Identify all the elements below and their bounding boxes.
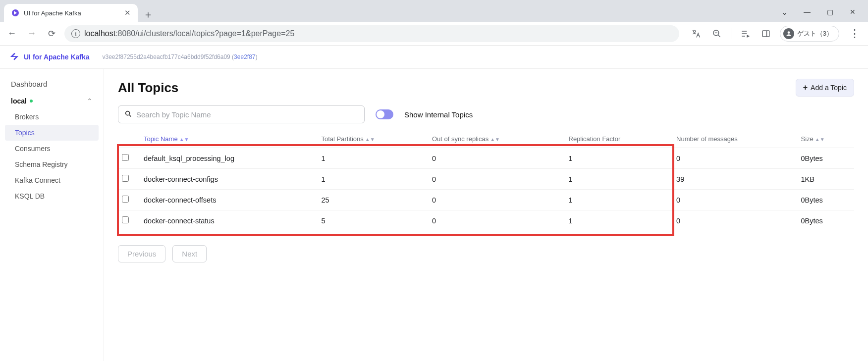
header-out-of-sync[interactable]: Out of sync replicas▲▼ [428, 130, 565, 148]
cell-replication: 1 [565, 169, 673, 190]
show-internal-toggle[interactable] [376, 109, 393, 119]
sidebar-items: BrokersTopicsConsumersSchema RegistryKaf… [0, 109, 104, 204]
play-icon [12, 9, 19, 16]
app-name: UI for Apache Kafka [24, 53, 90, 61]
cell-topic-name[interactable]: docker-connect-offsets [140, 190, 317, 210]
cell-topic-name[interactable]: default_ksql_processing_log [140, 148, 317, 169]
url-text: localhost:8080/ui/clusters/local/topics?… [84, 29, 294, 38]
url-host: localhost [84, 29, 115, 38]
status-dot-icon [30, 100, 33, 103]
cell-messages: 0 [672, 148, 797, 169]
minimize-button[interactable]: — [796, 2, 818, 22]
app-header: UI for Apache Kafka v3ee2f87255d2a4beacf… [0, 46, 868, 69]
row-checkbox-cell [118, 210, 140, 231]
cell-replication: 1 [565, 210, 673, 231]
app-logo[interactable]: UI for Apache Kafka [9, 52, 90, 62]
close-icon[interactable]: ✕ [124, 8, 131, 17]
search-input[interactable] [136, 110, 358, 119]
version-long: v3ee2f87255d2a4beacfb177c4a6bdd9f52fd6a0… [103, 53, 230, 60]
new-tab-button[interactable]: ＋ [141, 7, 156, 22]
url-box[interactable]: i localhost:8080/ui/clusters/local/topic… [64, 25, 679, 42]
cell-messages: 0 [672, 190, 797, 210]
profile-button[interactable]: ゲスト（3） [780, 26, 839, 42]
row-checkbox-cell [118, 148, 140, 169]
sidebar-item-brokers[interactable]: Brokers [0, 109, 104, 125]
zoom-icon[interactable] [710, 27, 724, 41]
forward-button: → [25, 27, 39, 41]
sidebar-cluster-toggle[interactable]: local ⌃ [0, 92, 104, 109]
address-bar: ← → ⟳ i localhost:8080/ui/clusters/local… [0, 22, 868, 46]
cell-out-of-sync: 0 [428, 210, 565, 231]
header-replication: Replication Factor [565, 130, 673, 148]
search-box[interactable] [118, 105, 365, 123]
sidebar-item-consumers[interactable]: Consumers [0, 141, 104, 156]
svg-point-5 [787, 31, 790, 34]
row-checkbox[interactable] [122, 154, 129, 161]
site-info-icon[interactable]: i [71, 29, 80, 38]
cell-topic-name[interactable]: docker-connect-configs [140, 169, 317, 190]
table-row[interactable]: default_ksql_processing_log10100Bytes [118, 148, 854, 169]
sidebar-item-topics[interactable]: Topics [5, 125, 99, 141]
cell-topic-name[interactable]: docker-connect-status [140, 210, 317, 231]
svg-line-7 [129, 115, 131, 116]
tab-strip: UI for Apache Kafka ✕ ＋ ⌄ — ▢ ✕ [0, 0, 868, 22]
search-icon [124, 110, 132, 119]
layout: Dashboard local ⌃ BrokersTopicsConsumers… [0, 69, 868, 361]
close-window-button[interactable]: ✕ [841, 2, 864, 22]
translate-icon[interactable] [689, 27, 703, 41]
menu-icon[interactable]: ⋮ [846, 27, 863, 40]
header-topic-name[interactable]: Topic Name▲▼ [140, 130, 317, 148]
divider [731, 28, 731, 40]
maximize-button[interactable]: ▢ [818, 2, 841, 22]
row-checkbox-cell [118, 169, 140, 190]
side-panel-icon[interactable] [759, 27, 773, 41]
main-content: All Topics + Add a Topic Show Internal T… [104, 69, 868, 361]
svg-line-1 [718, 35, 720, 37]
pager: Previous Next [118, 245, 854, 262]
sidebar-item-kafka-connect[interactable]: Kafka Connect [0, 172, 104, 188]
row-checkbox[interactable] [122, 216, 129, 223]
topics-table: Topic Name▲▼ Total Partitions▲▼ Out of s… [118, 130, 854, 231]
page-title: All Topics [118, 80, 178, 96]
svg-point-6 [126, 111, 130, 115]
header-messages: Number of messages [672, 130, 797, 148]
version-short[interactable]: 3ee2f87 [234, 53, 255, 60]
table-row[interactable]: docker-connect-offsets250100Bytes [118, 190, 854, 210]
table-row[interactable]: docker-connect-status50100Bytes [118, 210, 854, 231]
cell-messages: 39 [672, 169, 797, 190]
row-checkbox[interactable] [122, 196, 129, 203]
cell-partitions: 5 [317, 210, 428, 231]
sort-icon: ▲▼ [815, 137, 825, 142]
profile-label: ゲスト（3） [797, 29, 833, 38]
cell-partitions: 25 [317, 190, 428, 210]
app-version: v3ee2f87255d2a4beacfb177c4a6bdd9f52fd6a0… [103, 53, 258, 60]
sidebar-item-ksql-db[interactable]: KSQL DB [0, 188, 104, 204]
sidebar-item-schema-registry[interactable]: Schema Registry [0, 156, 104, 172]
browser-tab[interactable]: UI for Apache Kafka ✕ [4, 4, 138, 22]
header-partitions[interactable]: Total Partitions▲▼ [317, 130, 428, 148]
table-wrap: Topic Name▲▼ Total Partitions▲▼ Out of s… [118, 130, 854, 231]
add-topic-button[interactable]: + Add a Topic [796, 79, 854, 97]
previous-button[interactable]: Previous [118, 245, 165, 262]
cell-out-of-sync: 0 [428, 190, 565, 210]
row-checkbox-cell [118, 190, 140, 210]
url-path: :8080/ui/clusters/local/topics?page=1&pe… [115, 29, 294, 38]
sort-icon: ▲▼ [179, 137, 189, 142]
reload-button[interactable]: ⟳ [45, 27, 58, 41]
cell-size: 0Bytes [797, 210, 854, 231]
table-header-row: Topic Name▲▼ Total Partitions▲▼ Out of s… [118, 130, 854, 148]
table-row[interactable]: docker-connect-configs101391KB [118, 169, 854, 190]
add-topic-label: Add a Topic [811, 84, 847, 92]
header-size[interactable]: Size▲▼ [797, 130, 854, 148]
media-icon[interactable] [738, 27, 752, 41]
cell-partitions: 1 [317, 148, 428, 169]
cell-size: 0Bytes [797, 190, 854, 210]
tab-overflow-icon[interactable]: ⌄ [773, 2, 796, 22]
row-checkbox[interactable] [122, 175, 129, 182]
avatar-icon [783, 28, 794, 39]
next-button[interactable]: Next [172, 245, 207, 262]
tab-title: UI for Apache Kafka [24, 9, 120, 17]
back-button[interactable]: ← [5, 27, 19, 41]
svg-rect-3 [762, 31, 769, 37]
sidebar-dashboard[interactable]: Dashboard [0, 76, 104, 92]
